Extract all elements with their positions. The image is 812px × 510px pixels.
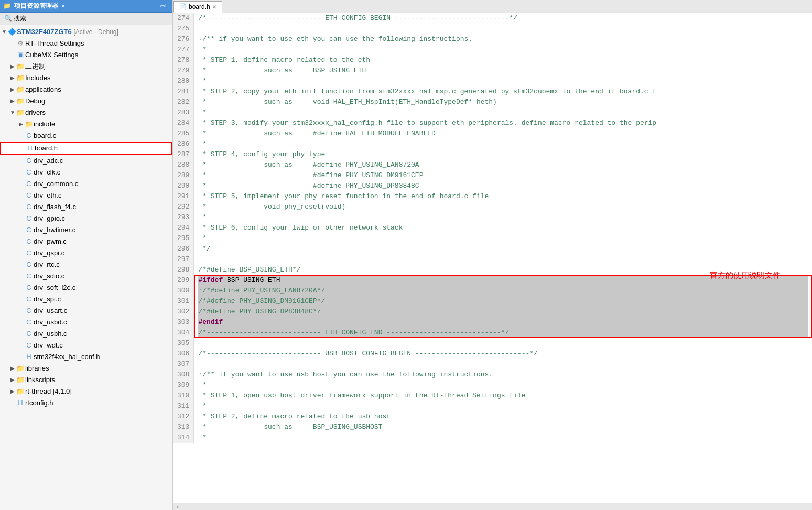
line-number-276: 276 xyxy=(177,34,189,45)
comment-text: * STEP 2, define macro related to the us… xyxy=(198,413,391,420)
sidebar-item-board-h[interactable]: H board.h xyxy=(0,142,172,155)
sidebar-item-debug[interactable]: ▶ 📁 Debug xyxy=(0,95,172,107)
keyword-text: #ifdef xyxy=(198,276,223,284)
sidebar-item-drv-eth-c[interactable]: C drv_eth.c xyxy=(0,190,172,201)
code-line-278: * STEP 1, define macro related to the et… xyxy=(198,55,808,66)
code-line-312: * STEP 2, define macro related to the us… xyxy=(198,411,808,422)
sidebar-item-drv-rtc-c[interactable]: C drv_rtc.c xyxy=(0,259,172,270)
horizontal-scrollbar[interactable]: < xyxy=(173,503,812,510)
sidebar-item-drv-usbd-c[interactable]: C drv_usbd.c xyxy=(0,317,172,328)
tree-item-icon: 📁 xyxy=(16,386,25,397)
line-number-278: 278 xyxy=(177,55,189,66)
code-line-302: /*#define PHY_USING_DP83848C*/ xyxy=(198,307,808,317)
sidebar-item-project-root[interactable]: ▼ 🔷 STM32F407ZGT6 [Active - Debug] xyxy=(0,26,172,38)
line-number-285: 285 xyxy=(177,128,189,139)
keyword-arg: BSP_USING_ETH xyxy=(227,276,280,284)
sidebar-item-drv-common-c[interactable]: C drv_common.c xyxy=(0,178,172,190)
sidebar-item-drv-wdt-c[interactable]: C drv_wdt.c xyxy=(0,340,172,351)
sidebar-item-drv-usart-c[interactable]: C drv_usart.c xyxy=(0,305,172,317)
code-line-309: * xyxy=(198,380,808,390)
code-line-295: * xyxy=(198,233,808,244)
sidebar-item-drv-soft-i2c-c[interactable]: C drv_soft_i2c.c xyxy=(0,282,172,294)
sidebar-item-includes[interactable]: ▶ 📁 Includes xyxy=(0,72,172,84)
comment-text: /*---------------------------- USB HOST … xyxy=(198,350,538,357)
sidebar-item-drv-adc-c[interactable]: C drv_adc.c xyxy=(0,155,172,167)
sidebar-item-drv-clk-c[interactable]: C drv_clk.c xyxy=(0,167,172,178)
sidebar-item-binary[interactable]: ▶ 📁 二进制 xyxy=(0,61,172,72)
tree-item-label: drv_common.c xyxy=(34,179,171,189)
tree-expand-arrow[interactable]: ▶ xyxy=(9,73,16,83)
sidebar-item-libraries[interactable]: ▶ 📁 libraries xyxy=(0,363,172,374)
tree-expand-arrow[interactable]: ▶ xyxy=(9,386,16,397)
line-number-304: 304 xyxy=(177,328,189,338)
comment-text: * such as void HAL_ETH_MspInit(ETH_Handl… xyxy=(198,98,497,106)
sidebar-item-applications[interactable]: ▶ 📁 applications xyxy=(0,84,172,95)
keyword-text: #endif xyxy=(198,318,223,326)
sidebar-item-drv-hwtimer-c[interactable]: C drv_hwtimer.c xyxy=(0,224,172,236)
sidebar-item-cubemx-settings[interactable]: ▣ CubeMX Settings xyxy=(0,49,172,61)
code-line-286: * xyxy=(198,139,808,149)
sidebar-item-board-c[interactable]: C board.c xyxy=(0,130,172,142)
sidebar-item-linkscripts[interactable]: ▶ 📁 linkscripts xyxy=(0,374,172,386)
code-line-301: /*#define PHY_USING_DM9161CEP*/ xyxy=(198,296,808,307)
sidebar-item-drv-pwm-c[interactable]: C drv_pwm.c xyxy=(0,236,172,247)
code-line-305 xyxy=(198,338,808,349)
line-number-279: 279 xyxy=(177,66,189,76)
line-number-309: 309 xyxy=(177,380,189,390)
editor-tab-board-h[interactable]: 📄 board.h ✕ xyxy=(173,1,222,13)
sidebar-item-drv-sdio-c[interactable]: C drv_sdio.c xyxy=(0,270,172,282)
sidebar-menu-icon[interactable]: ✕ xyxy=(61,3,65,9)
sidebar-item-drv-qspi-c[interactable]: C drv_qspi.c xyxy=(0,247,172,259)
sidebar-item-rt-thread-settings[interactable]: ⚙ RT-Thread Settings xyxy=(0,38,172,49)
tree-item-icon: 📁 xyxy=(16,73,25,83)
code-line-313: * such as BSP_USING_USBHOST xyxy=(198,422,808,432)
project-explorer-icon: 📁 xyxy=(3,2,11,10)
sidebar-item-drivers-include[interactable]: ▶ 📁 include xyxy=(0,118,172,130)
sidebar-item-drv-usbh-c[interactable]: C drv_usbh.c xyxy=(0,328,172,340)
tree-expand-arrow[interactable]: ▼ xyxy=(9,107,16,118)
tree-expand-arrow[interactable]: ▶ xyxy=(9,96,16,106)
sidebar-minimize-icon[interactable]: ▭ xyxy=(161,2,165,10)
code-line-297 xyxy=(198,254,808,265)
sidebar-item-drv-spi-c[interactable]: C drv_spi.c xyxy=(0,294,172,305)
tree-item-label: linkscripts xyxy=(25,375,171,385)
project-name-label: STM32F407ZGT6 [Active - Debug] xyxy=(17,27,171,37)
tree-item-icon: ▣ xyxy=(16,50,25,60)
code-line-288: * such as #define PHY_USING_LAN8720A xyxy=(198,160,808,170)
tree-expand-arrow[interactable]: ▶ xyxy=(9,375,16,385)
sidebar-item-drivers[interactable]: ▼ 📁 drivers xyxy=(0,107,172,118)
tree-item-icon: C xyxy=(24,190,34,201)
code-line-280: * xyxy=(198,76,808,86)
tree-expand-arrow[interactable]: ▶ xyxy=(9,363,16,374)
tree-item-label: rtconfig.h xyxy=(25,398,171,408)
sidebar-item-drv-gpio-c[interactable]: C drv_gpio.c xyxy=(0,213,172,224)
editor-area: 📄 board.h ✕ 2742752762772782792802812822… xyxy=(173,0,812,510)
tree-item-label: drv_pwm.c xyxy=(34,236,171,247)
comment-text: /*---------------------------- ETH CONFI… xyxy=(198,14,517,22)
code-line-293: * xyxy=(198,212,808,223)
code-line-275 xyxy=(198,24,808,34)
line-number-306: 306 xyxy=(177,349,189,359)
comment-text: * STEP 1, define macro related to the et… xyxy=(198,56,370,64)
sidebar-maximize-icon[interactable]: □ xyxy=(166,2,169,10)
tree-item-label: Debug xyxy=(25,96,171,106)
comment-text: * xyxy=(198,402,207,410)
tree-item-icon: C xyxy=(24,213,34,224)
tree-expand-arrow[interactable]: ▶ xyxy=(9,61,16,72)
sidebar-item-rtconfig-h[interactable]: H rtconfig.h xyxy=(0,397,172,409)
line-number-283: 283 xyxy=(177,107,189,118)
line-number-294: 294 xyxy=(177,223,189,233)
tree-item-icon: C xyxy=(24,306,34,316)
tree-item-label: include xyxy=(34,119,171,129)
tab-icon: 📄 xyxy=(179,3,187,10)
tab-close-button[interactable]: ✕ xyxy=(212,4,216,10)
tree-expand-arrow[interactable]: ▶ xyxy=(18,119,24,129)
comment-text: * xyxy=(198,234,207,242)
sidebar-close-icons: ▭ □ xyxy=(161,2,169,10)
sidebar-item-stm32-hal-conf[interactable]: H stm32f4xx_hal_conf.h xyxy=(0,351,172,363)
editor-content[interactable]: 2742752762772782792802812822832842852862… xyxy=(173,13,812,503)
sidebar-item-drv-flash-f4-c[interactable]: C drv_flash_f4.c xyxy=(0,201,172,213)
sidebar-item-rt-thread[interactable]: ▶ 📁 rt-thread [4.1.0] xyxy=(0,386,172,397)
tree-expand-arrow[interactable]: ▶ xyxy=(9,84,16,95)
tree-item-label: applications xyxy=(25,84,171,95)
